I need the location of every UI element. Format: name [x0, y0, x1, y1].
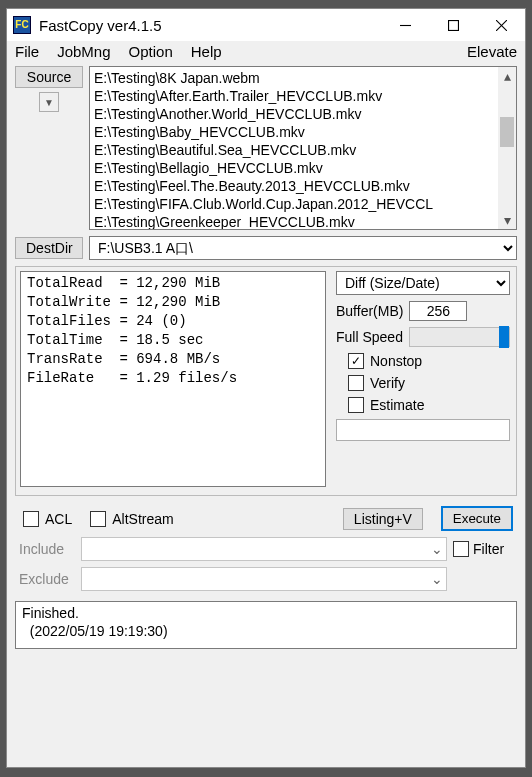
slider-knob[interactable]	[499, 326, 509, 348]
altstream-label: AltStream	[112, 511, 173, 527]
minimize-button[interactable]	[381, 10, 429, 40]
chevron-down-icon: ⌄	[428, 568, 446, 590]
menu-jobmng[interactable]: JobMng	[57, 43, 110, 60]
job-dropdown[interactable]	[336, 419, 510, 441]
estimate-checkbox[interactable]: Estimate	[348, 397, 510, 413]
stats-box: TotalRead = 12,290 MiB TotalWrite = 12,2…	[20, 271, 326, 487]
source-history-dropdown[interactable]: ▼	[39, 92, 59, 112]
verify-checkbox[interactable]: Verify	[348, 375, 510, 391]
chevron-down-icon: ⌄	[428, 538, 446, 560]
source-scrollbar[interactable]: ▴ ▾	[498, 67, 516, 229]
nonstop-label: Nonstop	[370, 353, 422, 369]
speed-slider[interactable]	[409, 327, 510, 347]
close-button[interactable]	[477, 10, 525, 40]
destdir-combo[interactable]: F:\USB3.1 A口\	[89, 236, 517, 260]
menu-option[interactable]: Option	[129, 43, 173, 60]
verify-label: Verify	[370, 375, 405, 391]
checkbox-icon	[348, 397, 364, 413]
app-window: FC FastCopy ver4.1.5 File JobMng Option …	[6, 8, 526, 768]
scroll-thumb[interactable]	[500, 117, 514, 147]
maximize-button[interactable]	[429, 10, 477, 40]
nonstop-checkbox[interactable]: ✓ Nonstop	[348, 353, 510, 369]
source-list[interactable]: E:\Testing\8K Japan.webm E:\Testing\Afte…	[89, 66, 517, 230]
status-box: Finished. (2022/05/19 19:19:30)	[15, 601, 517, 649]
svg-rect-1	[448, 20, 458, 30]
listing-button[interactable]: Listing+V	[343, 508, 423, 530]
execute-button[interactable]: Execute	[441, 506, 513, 531]
filter-label: Filter	[473, 541, 504, 557]
buffer-input[interactable]	[409, 301, 467, 321]
menu-file[interactable]: File	[15, 43, 39, 60]
fullspeed-label: Full Speed	[336, 329, 403, 345]
window-title: FastCopy ver4.1.5	[39, 17, 162, 34]
acl-label: ACL	[45, 511, 72, 527]
filter-checkbox[interactable]	[453, 541, 469, 557]
checkbox-icon	[90, 511, 106, 527]
menubar: File JobMng Option Help Elevate	[7, 41, 525, 62]
source-button[interactable]: Source	[15, 66, 83, 88]
destdir-button[interactable]: DestDir	[15, 237, 83, 259]
altstream-checkbox[interactable]: AltStream	[90, 511, 173, 527]
source-list-text: E:\Testing\8K Japan.webm E:\Testing\Afte…	[94, 69, 512, 230]
mode-select[interactable]: Diff (Size/Date)	[336, 271, 510, 295]
exclude-label: Exclude	[19, 571, 75, 587]
estimate-label: Estimate	[370, 397, 424, 413]
exclude-combo[interactable]: ⌄	[81, 567, 447, 591]
acl-checkbox[interactable]: ACL	[23, 511, 72, 527]
checkbox-icon	[23, 511, 39, 527]
app-icon: FC	[13, 16, 31, 34]
checkbox-icon: ✓	[348, 353, 364, 369]
scroll-down-icon[interactable]: ▾	[498, 211, 516, 229]
menu-elevate[interactable]: Elevate	[467, 43, 517, 60]
checkbox-icon	[348, 375, 364, 391]
include-combo[interactable]: ⌄	[81, 537, 447, 561]
scroll-up-icon[interactable]: ▴	[498, 67, 516, 85]
menu-help[interactable]: Help	[191, 43, 222, 60]
titlebar: FC FastCopy ver4.1.5	[7, 9, 525, 41]
include-label: Include	[19, 541, 75, 557]
buffer-label: Buffer(MB)	[336, 303, 403, 319]
